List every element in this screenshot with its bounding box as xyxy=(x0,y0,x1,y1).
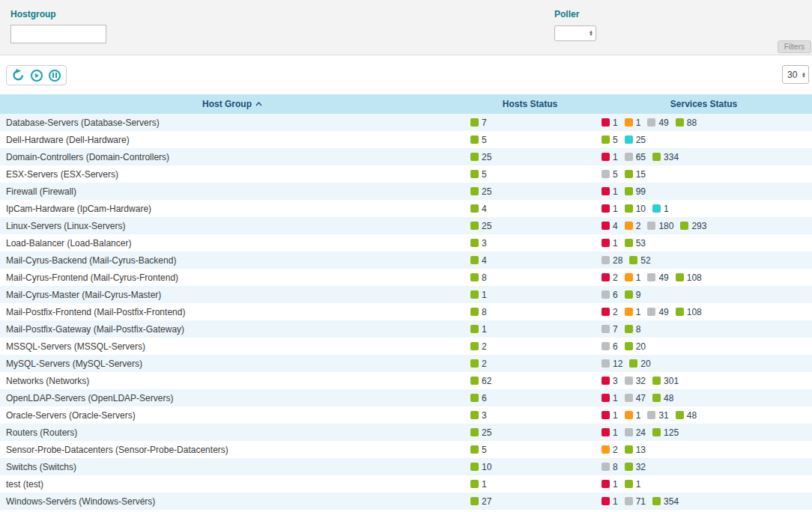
status-badge-green xyxy=(625,170,633,178)
table-row: Domain-Controllers (Domain-Controllers)2… xyxy=(0,148,812,165)
status-badge-green xyxy=(652,428,661,436)
status-badge-gray xyxy=(602,256,610,264)
status-count: 108 xyxy=(687,272,702,283)
services-status-cell: 124125 xyxy=(596,424,812,441)
filters-button[interactable]: Filters xyxy=(778,40,811,53)
hosts-status-cell: 5 xyxy=(464,131,596,148)
hostgroup-name-link[interactable]: IpCam-Hardware (IpCam-Hardware) xyxy=(0,200,464,217)
hostgroup-name-link[interactable]: MySQL-Servers (MySQL-Servers) xyxy=(0,355,464,372)
table-row: MSSQL-Servers (MSSQL-Servers)2620 xyxy=(0,338,812,355)
hostgroup-name-link[interactable]: MSSQL-Servers (MSSQL-Servers) xyxy=(0,338,464,355)
hostgroup-name-link[interactable]: Windows-Servérs (Windows-Servérs) xyxy=(0,493,464,510)
hostgroup-name-link[interactable]: Load-Balancer (Load-Balancer) xyxy=(0,234,464,252)
status-count: 1 xyxy=(613,204,618,214)
sort-asc-icon xyxy=(255,102,262,106)
status-count: 48 xyxy=(664,393,673,403)
hosts-status-cell: 5 xyxy=(464,165,596,183)
table-row: Mail-Cyrus-Frontend (Mail-Cyrus-Frontend… xyxy=(0,269,812,286)
hostgroup-name-link[interactable]: Domain-Controllers (Domain-Controllers) xyxy=(0,148,464,165)
select-spinner-icon: ▲▼ xyxy=(589,30,593,36)
select-spinner-icon: ▲▼ xyxy=(802,72,806,78)
column-header-hosts-status[interactable]: Hosts Status xyxy=(464,99,596,109)
hostgroup-name-link[interactable]: Database-Servers (Database-Servers) xyxy=(0,114,464,131)
hostgroup-name-link[interactable]: Oracle-Servers (Oracle-Servers) xyxy=(0,406,464,424)
hostgroup-name-link[interactable]: Mail-Postfix-Frontend (Mail-Postfix-Fron… xyxy=(0,303,464,320)
status-count: 5 xyxy=(613,169,618,180)
services-status-cell: 1101 xyxy=(596,200,812,217)
page-size-select[interactable]: 30 ▲▼ xyxy=(782,65,809,84)
hostgroup-name-link[interactable]: Routers (Routers) xyxy=(0,424,464,441)
status-badge-gray xyxy=(647,308,655,316)
status-badge-cyan xyxy=(652,204,661,213)
hosts-status-cell: 27 xyxy=(464,493,596,510)
hostgroup-name-link[interactable]: test (test) xyxy=(0,475,464,493)
status-count: 7 xyxy=(613,324,618,335)
hostgroup-name-link[interactable]: Firewall (Firewall) xyxy=(0,183,464,200)
status-count: 1 xyxy=(613,118,618,128)
status-count: 1 xyxy=(613,427,618,438)
table-row: Routers (Routers)25124125 xyxy=(0,424,812,441)
refresh-button[interactable] xyxy=(12,69,25,82)
status-count: 1 xyxy=(636,272,641,283)
status-badge-green xyxy=(470,118,479,127)
services-status-cell: 171354 xyxy=(596,493,812,510)
services-status-cell: 113148 xyxy=(596,406,812,424)
status-badge-green xyxy=(652,377,661,385)
status-count: 49 xyxy=(658,118,668,128)
status-badge-green xyxy=(470,325,479,333)
hostgroup-name-link[interactable]: Mail-Cyrus-Backend (Mail-Cyrus-Backend) xyxy=(0,252,464,269)
status-count: 6 xyxy=(613,290,618,300)
status-badge-orange xyxy=(625,411,633,419)
status-badge-red xyxy=(602,153,610,161)
hostgroup-name-link[interactable]: Mail-Cyrus-Master (Mail-Cyrus-Master) xyxy=(0,286,464,303)
column-header-host-group[interactable]: Host Group xyxy=(0,99,464,109)
column-header-services-status[interactable]: Services Status xyxy=(596,99,812,109)
poller-select[interactable]: ▲▼ xyxy=(554,25,596,41)
hostgroup-name-link[interactable]: OpenLDAP-Servers (OpenLDAP-Servers) xyxy=(0,389,464,406)
hostgroup-input[interactable] xyxy=(10,25,106,43)
play-button[interactable] xyxy=(30,69,43,82)
status-count: 20 xyxy=(636,341,646,352)
status-badge-red xyxy=(602,394,610,402)
table-row: Sensor-Probe-Datacenters (Sensor-Probe-D… xyxy=(0,441,812,458)
table-row: Mail-Cyrus-Master (Mail-Cyrus-Master)169 xyxy=(0,286,812,303)
services-status-cell: 332301 xyxy=(596,372,812,389)
table-row: Mail-Postfix-Frontend (Mail-Postfix-Fron… xyxy=(0,303,812,320)
status-count: 1 xyxy=(482,290,487,300)
hostgroup-name-link[interactable]: Sensor-Probe-Datacenters (Sensor-Probe-D… xyxy=(0,441,464,458)
hostgroup-name-link[interactable]: ESX-Servers (ESX-Servers) xyxy=(0,165,464,183)
hostgroup-name-link[interactable]: Mail-Postfix-Gateway (Mail-Postfix-Gatew… xyxy=(0,320,464,338)
status-badge-gray xyxy=(602,170,610,178)
status-badge-green xyxy=(470,239,479,247)
pause-button[interactable] xyxy=(48,69,61,82)
hostgroup-name-link[interactable]: Mail-Cyrus-Frontend (Mail-Cyrus-Frontend… xyxy=(0,269,464,286)
hostgroup-name-link[interactable]: Dell-Hardware (Dell-Hardware) xyxy=(0,131,464,148)
refresh-icon xyxy=(12,69,25,82)
hosts-status-cell: 25 xyxy=(464,183,596,200)
status-count: 2 xyxy=(482,341,487,352)
status-count: 9 xyxy=(636,290,641,300)
status-count: 180 xyxy=(658,221,673,231)
status-count: 5 xyxy=(482,445,487,455)
hosts-status-cell: 1 xyxy=(464,475,596,493)
status-badge-red xyxy=(602,497,610,505)
hostgroup-name-link[interactable]: Switchs (Switchs) xyxy=(0,458,464,475)
status-badge-gray xyxy=(625,428,633,436)
hostgroup-name-link[interactable]: Linux-Servers (Linux-Servers) xyxy=(0,217,464,234)
hosts-status-cell: 8 xyxy=(464,269,596,286)
status-count: 10 xyxy=(482,462,491,472)
status-count: 48 xyxy=(687,410,697,421)
status-count: 2 xyxy=(482,359,487,369)
hosts-status-cell: 10 xyxy=(464,458,596,475)
hosts-status-cell: 6 xyxy=(464,389,596,406)
status-count: 125 xyxy=(664,427,679,438)
hostgroup-name-link[interactable]: Networks (Networks) xyxy=(0,372,464,389)
status-count: 25 xyxy=(482,221,491,231)
status-badge-red xyxy=(602,273,610,281)
services-status-cell: 2149108 xyxy=(596,303,812,320)
status-count: 7 xyxy=(482,118,487,128)
services-status-cell: 620 xyxy=(596,338,812,355)
status-count: 12 xyxy=(613,359,622,369)
status-count: 25 xyxy=(636,135,646,145)
hostgroup-label: Hostgroup xyxy=(10,9,106,19)
